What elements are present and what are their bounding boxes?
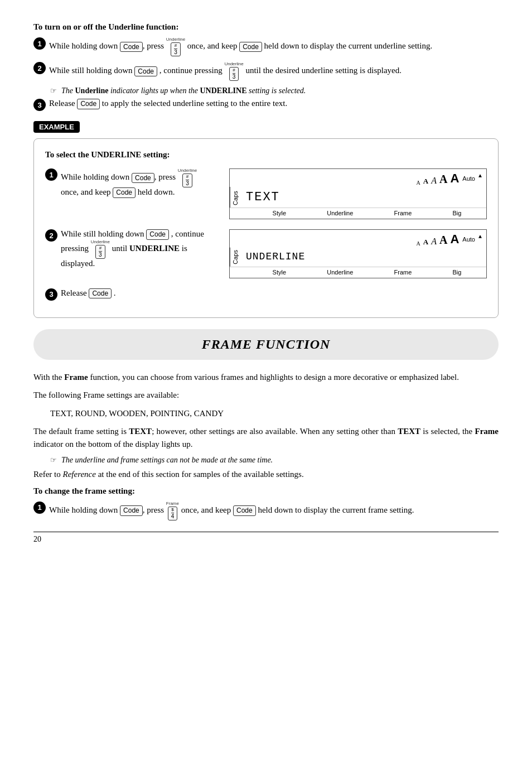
frame-function-title: FRAME FUNCTION bbox=[45, 337, 487, 352]
ex-step-1-once: once, and keep bbox=[61, 187, 111, 196]
memo-text: The Underline indicator lights up when t… bbox=[61, 86, 306, 95]
example-box: To select the UNDERLINE setting: 1 While… bbox=[33, 138, 499, 318]
step-1-row: 1 While holding down Code , press Underl… bbox=[33, 37, 499, 56]
step-2-row: 2 While still holding down Code , contin… bbox=[33, 62, 499, 81]
lcd-a-chars-1: A A A A A bbox=[417, 171, 460, 186]
example-step-1-section: 1 While holding down Code, press Underli… bbox=[45, 168, 487, 219]
page-number: 20 bbox=[33, 535, 41, 543]
code-key-ex2: Code bbox=[146, 229, 169, 239]
code-key-label: Code bbox=[120, 42, 143, 52]
underline-heading: To turn on or off the Underline function… bbox=[33, 22, 499, 32]
a-char-4: A bbox=[439, 173, 447, 186]
ex-step-3-content: Release Code . bbox=[61, 288, 487, 299]
code-key-frame1b: Code bbox=[233, 505, 256, 515]
memo-text-2: The underline and frame settings can not… bbox=[61, 456, 273, 465]
lcd-label-big-2: Big bbox=[453, 269, 462, 276]
example-step-2-row: 2 While still holding down Code , contin… bbox=[45, 229, 212, 268]
frame-para-2-indent: TEXT, ROUND, WOODEN, POINTING, CANDY bbox=[50, 407, 499, 420]
ex-step-3-num: 3 bbox=[45, 288, 57, 301]
frame-step-1-num: 1 bbox=[33, 502, 46, 514]
ex-step-3-end: . bbox=[114, 288, 116, 297]
frame-para-3: The default frame setting is TEXT; howev… bbox=[33, 425, 499, 450]
step-1-text-end: held down to display the current underli… bbox=[264, 41, 433, 50]
code-key-3: Code bbox=[77, 99, 100, 109]
code-key-1a: Code bbox=[120, 42, 143, 52]
step-3-row: 3 Release Code to apply the selected und… bbox=[33, 99, 499, 111]
frame-step-1-content: While holding down Code, press Frame $ 4… bbox=[49, 502, 499, 520]
ex-step-1-content: While holding down Code, press Underline… bbox=[61, 168, 212, 198]
ex-step-2-until: until bbox=[112, 244, 128, 253]
lcd-a-chars-2: A A A A A bbox=[417, 232, 460, 247]
lcd-text-2: UNDERLINE bbox=[240, 248, 486, 267]
lcd-label-underline-1: Underline bbox=[327, 210, 353, 216]
lcd-main-row-1: Caps TEXT bbox=[230, 187, 486, 208]
lcd-text-1: TEXT bbox=[240, 187, 486, 208]
a2-char-3: A bbox=[431, 237, 437, 247]
lcd-label-big-1: Big bbox=[453, 210, 462, 216]
frame-step-1-end: held down to display the current frame s… bbox=[258, 505, 414, 514]
a-char-2: A bbox=[423, 177, 428, 186]
example-step-1-row: 1 While holding down Code, press Underli… bbox=[45, 168, 212, 198]
code-key-ex1b: Code bbox=[113, 187, 136, 197]
example-step-3-row: 3 Release Code . bbox=[45, 288, 487, 301]
ex-step-1-held: held down. bbox=[138, 187, 175, 196]
frame-para-2: The following Frame settings are availab… bbox=[33, 389, 499, 402]
ex-step-1-before: While holding down bbox=[61, 172, 129, 181]
a-char-1: A bbox=[417, 180, 420, 186]
ex-step-2-bold: UNDERLINE bbox=[129, 244, 180, 253]
step-2-content: While still holding down Code , continue… bbox=[49, 62, 499, 81]
lcd-caps-1: Caps bbox=[230, 187, 240, 208]
frame-step-1-before: While holding down bbox=[49, 505, 118, 514]
arrow-up-1: ▲ bbox=[478, 173, 482, 179]
a2-char-2: A bbox=[423, 238, 428, 247]
memo-icon: ☞ bbox=[50, 86, 57, 95]
ex-step-3-text: Release bbox=[61, 288, 87, 297]
example-step-2-left: 2 While still holding down Code , contin… bbox=[45, 229, 212, 274]
step-2-text-mid: until the desired underline setting is d… bbox=[245, 66, 402, 75]
frame-para-4: Refer to Reference at the end of this se… bbox=[33, 468, 499, 481]
a2-char-5: A bbox=[450, 232, 459, 247]
frame-function-box: FRAME FUNCTION bbox=[33, 329, 499, 360]
example-step-2-right: A A A A A Auto ▲ Caps UNDERLINE bbox=[224, 229, 487, 278]
step-1-number: 1 bbox=[33, 37, 46, 50]
example-badge: EXAMPLE bbox=[33, 121, 80, 133]
example-heading: To select the UNDERLINE setting: bbox=[45, 150, 487, 160]
lcd-label-frame-2: Frame bbox=[394, 269, 412, 276]
underline-key-ex2: Underline # 3 bbox=[91, 240, 110, 259]
step-3-end: to apply the selected underline setting … bbox=[102, 99, 287, 108]
lcd-label-underline-2: Underline bbox=[327, 269, 353, 276]
underline-key-ex1: Underline # 3 bbox=[178, 168, 197, 187]
lcd-bottom-row-2: Style Underline Frame Big bbox=[230, 267, 486, 278]
a2-char-4: A bbox=[439, 234, 447, 247]
memo-line-2: ☞ The underline and frame settings can n… bbox=[50, 456, 499, 465]
step-1-text-mid: once, and keep bbox=[187, 41, 238, 50]
lcd-caps-2: Caps bbox=[230, 248, 240, 267]
example-step-1-cols: 1 While holding down Code, press Underli… bbox=[45, 168, 487, 219]
step-3-text: Release bbox=[49, 99, 75, 108]
underline-key-2: Underline # 3 bbox=[224, 62, 243, 81]
frame-key-1: Frame $ 4 bbox=[166, 502, 179, 520]
code-key-2: Code bbox=[134, 66, 157, 76]
step-2-continue: , continue pressing bbox=[159, 66, 223, 75]
code-key-frame1a: Code bbox=[120, 505, 143, 515]
lcd-label-style-2: Style bbox=[273, 269, 286, 276]
step-3-number: 3 bbox=[33, 99, 46, 111]
fraction-key-2: # 3 bbox=[229, 67, 239, 81]
step-1-text-before: While holding down bbox=[49, 41, 118, 50]
a-char-5: A bbox=[450, 171, 459, 186]
change-frame-heading: To change the frame setting: bbox=[33, 486, 499, 496]
frame-step-1-row: 1 While holding down Code, press Frame $… bbox=[33, 502, 499, 520]
frame-step-1-mid: once, and keep bbox=[181, 505, 231, 514]
underline-key-1: Underline # 3 bbox=[166, 37, 185, 56]
lcd-display-2: A A A A A Auto ▲ Caps UNDERLINE bbox=[229, 229, 487, 278]
auto-label-2: Auto bbox=[462, 236, 475, 243]
example-step-2-cols: 2 While still holding down Code , contin… bbox=[45, 229, 487, 278]
lcd-label-frame-1: Frame bbox=[394, 210, 412, 216]
step-1-content: While holding down Code , press Underlin… bbox=[49, 37, 499, 56]
memo-line-1: ☞ The Underline indicator lights up when… bbox=[50, 86, 499, 95]
example-step-2-section: 2 While still holding down Code , contin… bbox=[45, 229, 487, 278]
step-3-content: Release Code to apply the selected under… bbox=[49, 99, 499, 109]
frac-key-frame1: $ 4 bbox=[168, 507, 178, 520]
memo-icon-2: ☞ bbox=[50, 456, 57, 465]
code-key-ex1a: Code bbox=[132, 173, 154, 183]
